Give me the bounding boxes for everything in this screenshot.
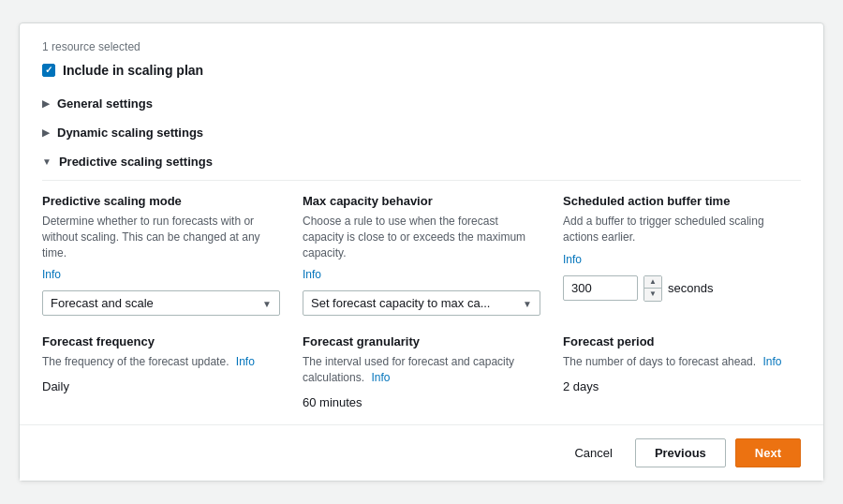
forecast-period-info-link[interactable]: Info: [762, 355, 781, 368]
resource-selected: 1 resource selected: [42, 40, 801, 53]
seconds-label: seconds: [668, 281, 713, 295]
spinner-up-button[interactable]: ▲: [644, 276, 661, 289]
max-capacity-section: Max capacity behavior Choose a rule to u…: [303, 194, 540, 316]
buffer-time-title: Scheduled action buffer time: [563, 194, 801, 208]
include-checkbox[interactable]: [42, 64, 55, 77]
buffer-time-section: Scheduled action buffer time Add a buffe…: [563, 194, 801, 316]
max-capacity-dropdown-arrow-icon: ▼: [523, 298, 532, 308]
max-capacity-desc: Choose a rule to use when the forecast c…: [303, 214, 540, 260]
general-settings-toggle[interactable]: ▶ General settings: [42, 93, 801, 114]
max-capacity-dropdown-wrap: Set forecast capacity to max ca... ▼: [303, 290, 540, 316]
forecast-frequency-section: Forecast frequency The frequency of the …: [42, 334, 280, 409]
predictive-mode-dropdown-wrap: Forecast and scale ▼: [42, 290, 280, 316]
main-card: 1 resource selected Include in scaling p…: [19, 22, 824, 482]
general-arrow: ▶: [42, 98, 50, 109]
max-capacity-info-link[interactable]: Info: [303, 268, 540, 281]
dropdown-arrow-icon: ▼: [262, 298, 272, 308]
forecast-granularity-value: 60 minutes: [303, 395, 540, 409]
max-capacity-dropdown[interactable]: Set forecast capacity to max ca... ▼: [303, 290, 540, 316]
predictive-grid-row1: Predictive scaling mode Determine whethe…: [42, 180, 801, 316]
predictive-mode-dropdown[interactable]: Forecast and scale ▼: [42, 290, 280, 316]
dynamic-settings-toggle[interactable]: ▶ Dynamic scaling settings: [42, 122, 801, 143]
forecast-frequency-desc: The frequency of the forecast update. In…: [42, 354, 280, 370]
predictive-mode-section: Predictive scaling mode Determine whethe…: [42, 194, 280, 316]
forecast-frequency-value: Daily: [42, 379, 280, 393]
predictive-settings-toggle[interactable]: ▼ Predictive scaling settings: [42, 151, 801, 172]
predictive-arrow: ▼: [42, 156, 52, 167]
buffer-time-info-link[interactable]: Info: [563, 253, 801, 266]
forecast-frequency-title: Forecast frequency: [42, 334, 280, 348]
include-row: Include in scaling plan: [42, 63, 801, 78]
general-settings-label: General settings: [57, 96, 153, 111]
previous-button[interactable]: Previous: [635, 438, 726, 467]
predictive-settings-label: Predictive scaling settings: [59, 155, 213, 169]
dynamic-settings-label: Dynamic scaling settings: [57, 126, 203, 140]
forecast-period-desc: The number of days to forecast ahead. In…: [563, 354, 801, 370]
forecast-frequency-info-link[interactable]: Info: [236, 355, 255, 368]
forecast-granularity-info-link[interactable]: Info: [371, 371, 390, 384]
forecast-period-value: 2 days: [563, 379, 801, 393]
buffer-time-input-wrap: ▲ ▼ seconds: [563, 275, 801, 302]
buffer-time-desc: Add a buffer to trigger scheduled scalin…: [563, 214, 801, 245]
forecast-period-section: Forecast period The number of days to fo…: [563, 334, 801, 409]
include-label: Include in scaling plan: [63, 63, 203, 78]
spinner-wrap: ▲ ▼: [643, 275, 662, 302]
forecast-granularity-title: Forecast granularity: [303, 334, 540, 348]
forecast-granularity-section: Forecast granularity The interval used f…: [303, 334, 540, 409]
buffer-time-input[interactable]: [563, 275, 638, 301]
predictive-grid-row2: Forecast frequency The frequency of the …: [42, 334, 801, 409]
predictive-mode-title: Predictive scaling mode: [42, 194, 280, 208]
predictive-mode-info-link[interactable]: Info: [42, 268, 280, 281]
card-body: 1 resource selected Include in scaling p…: [20, 23, 823, 424]
next-button[interactable]: Next: [735, 438, 801, 467]
forecast-period-title: Forecast period: [563, 334, 801, 348]
spinner-down-button[interactable]: ▼: [644, 289, 661, 301]
predictive-mode-desc: Determine whether to run forecasts with …: [42, 214, 280, 260]
max-capacity-title: Max capacity behavior: [303, 194, 540, 208]
card-footer: Cancel Previous Next: [20, 424, 823, 481]
cancel-button[interactable]: Cancel: [561, 439, 625, 467]
dynamic-arrow: ▶: [42, 127, 50, 138]
forecast-granularity-desc: The interval used for forecast and capac…: [303, 354, 540, 386]
